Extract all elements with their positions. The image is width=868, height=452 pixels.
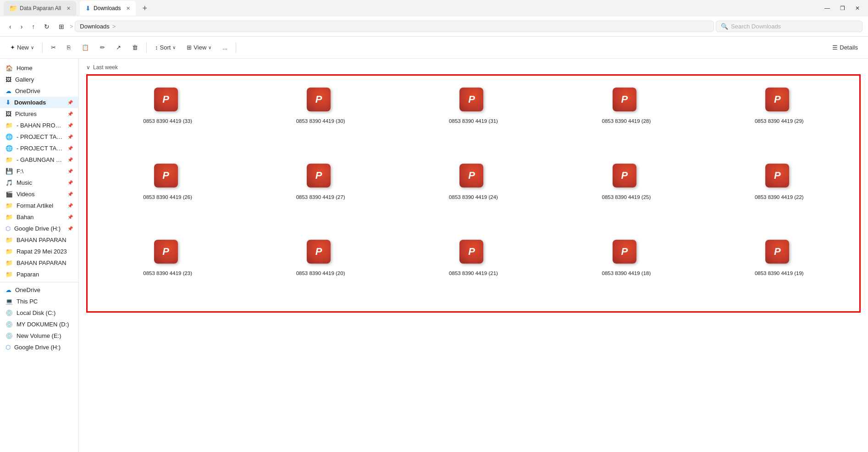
file-item[interactable]: P0853 8390 4419 (22) [707,159,852,228]
paste-button[interactable]: 📋 [77,41,94,54]
minimize-button[interactable]: — [820,3,835,13]
file-item[interactable]: P0853 8390 4419 (21) [401,235,546,304]
sidebar-item-bahan-paparan2[interactable]: 📁 BAHAN PAPARAN [0,257,78,269]
add-tab-button[interactable]: + [139,4,150,13]
tab-active-close[interactable]: ✕ [126,6,130,11]
file-item[interactable]: P0853 8390 4419 (25) [553,159,699,228]
sidebar-item-bahan[interactable]: 📁 Bahan 📌 [0,211,78,223]
file-item[interactable]: P0853 8390 4419 (28) [553,83,699,152]
sidebar-label-project1: - PROJECT TAHUN 202 [17,133,64,140]
section-header-last-week[interactable]: ∨ Last week [86,62,861,74]
sidebar-item-rapat[interactable]: 📁 Rapat 29 Mei 2023 [0,246,78,257]
file-item[interactable]: P0853 8390 4419 (19) [707,235,852,304]
sidebar-label-bahan-paparan2: BAHAN PAPARAN [17,259,73,266]
new-volume-icon: 💿 [6,332,13,339]
pin-icon-bahan-project: 📌 [67,123,73,128]
pin-icon-gdrive-h: 📌 [67,226,73,231]
sidebar-item-f-drive[interactable]: 💾 F:\ 📌 [0,165,78,177]
view-button[interactable]: ⊞ View ∨ [182,41,216,54]
sidebar-item-project2[interactable]: 🌐 - PROJECT TAHUN 202 📌 [0,143,78,154]
sidebar-item-project1[interactable]: 🌐 - PROJECT TAHUN 202 📌 [0,131,78,143]
sidebar-item-gdrive-h2[interactable]: ⬡ Google Drive (H:) [0,342,78,353]
tab-downloads[interactable]: ⬇ Downloads ✕ [80,1,136,16]
sidebar-item-thispc[interactable]: 💻 This PC [0,296,78,307]
sidebar-item-videos[interactable]: 🎬 Videos 📌 [0,188,78,200]
cut-button[interactable]: ✂ [46,41,61,54]
sort-button[interactable]: ↕ Sort ∨ [150,41,180,54]
copy-button[interactable]: ⎘ [62,41,75,54]
sidebar-item-paparan[interactable]: 📁 Paparan [0,269,78,280]
sidebar-label-gdrive-h2: Google Drive (H:) [14,344,73,351]
sidebar-label-bahan: Bahan [17,214,64,220]
sidebar-item-home[interactable]: 🏠 Home [0,62,78,74]
share-button[interactable]: ↗ [111,41,126,54]
file-item[interactable]: P0853 8390 4419 (31) [401,83,546,152]
close-button[interactable]: ✕ [851,3,864,13]
forward-button[interactable]: › [17,20,27,33]
ppt-letter: P [621,170,628,182]
sidebar-item-bahan-project[interactable]: 📁 - BAHAN PROJECT SET 📌 [0,120,78,131]
sidebar-item-gallery[interactable]: 🖼 Gallery [0,74,78,85]
maximize-button[interactable]: ❐ [835,3,850,13]
file-name: 0853 8390 4419 (22) [755,194,804,201]
file-item[interactable]: P0853 8390 4419 (18) [553,235,699,304]
sidebar-item-pictures[interactable]: 🖼 Pictures 📌 [0,108,78,120]
rename-button[interactable]: ✏ [95,41,110,54]
search-icon: 🔍 [721,23,728,30]
file-item[interactable]: P0853 8390 4419 (20) [248,235,393,304]
back-button[interactable]: ‹ [6,20,15,33]
up-button[interactable]: ↑ [28,20,39,33]
sidebar-item-new-volume[interactable]: 💿 New Volume (E:) [0,330,78,342]
sidebar-item-my-dokumen[interactable]: 💿 MY DOKUMEN (D:) [0,319,78,330]
tab-data-paparan[interactable]: 📁 Data Paparan All ✕ [4,1,76,16]
content-area: ∨ Last week P0853 8390 4419 (33)P0853 83… [79,59,868,452]
gallery-icon: 🖼 [6,76,11,83]
address-bar[interactable]: Downloads > [75,21,714,32]
sidebar-item-local-disk-c[interactable]: 💿 Local Disk (C:) [0,307,78,319]
file-name: 0853 8390 4419 (28) [602,118,651,125]
rapat-icon: 📁 [6,248,13,255]
videos-icon: 🎬 [6,191,13,198]
file-item[interactable]: P0853 8390 4419 (26) [95,159,240,228]
tab-active-icon: ⬇ [85,5,91,12]
details-button[interactable]: ☰ Details [828,41,862,54]
new-chevron: ∨ [31,45,34,50]
file-name: 0853 8390 4419 (31) [449,118,498,125]
file-item[interactable]: P0853 8390 4419 (30) [248,83,393,152]
file-item[interactable]: P0853 8390 4419 (27) [248,159,393,228]
file-name: 0853 8390 4419 (30) [296,118,345,125]
sidebar-label-f-drive: F:\ [17,168,64,175]
pin-icon-gabungan: 📌 [67,157,73,162]
sidebar-label-onedrive2: OneDrive [15,287,73,293]
more-button[interactable]: ... [218,41,232,54]
downloads-icon: ⬇ [6,99,11,106]
view-toggle-button[interactable]: ⊞ [55,20,68,33]
search-bar[interactable]: 🔍 Search Downloads [716,21,862,32]
delete-button[interactable]: 🗑 [127,41,143,54]
sidebar-item-format-artikel[interactable]: 📁 Format Artikel 📌 [0,200,78,211]
ppt-icon-bg: P [613,88,636,111]
file-item[interactable]: P0853 8390 4419 (23) [95,235,240,304]
sidebar-item-music[interactable]: 🎵 Music 📌 [0,177,78,188]
sidebar-item-onedrive[interactable]: ☁ OneDrive [0,85,78,97]
sidebar-item-gdrive-h[interactable]: ⬡ Google Drive (H:) 📌 [0,223,78,234]
file-name: 0853 8390 4419 (26) [143,194,192,201]
file-item[interactable]: P0853 8390 4419 (24) [401,159,546,228]
sidebar-item-onedrive2[interactable]: ☁ OneDrive [0,284,78,296]
sidebar-item-bahan-paparan1[interactable]: 📁 BAHAN PAPARAN [0,234,78,246]
sort-chevron: ∨ [172,45,176,50]
toolbar-separator-2 [146,42,147,53]
file-item[interactable]: P0853 8390 4419 (33) [95,83,240,152]
new-button[interactable]: ✦ New ∨ [6,41,39,54]
sidebar-item-downloads[interactable]: ⬇ Downloads 📌 [0,97,78,108]
sidebar-item-gabungan[interactable]: 📁 - GABUNGAN FILE 📌 [0,154,78,165]
sidebar-label-bahan-paparan1: BAHAN PAPARAN [17,237,73,243]
tab-inactive-label: Data Paparan All [20,5,61,11]
sidebar-label-pictures: Pictures [15,110,64,117]
ppt-letter: P [315,170,322,182]
tab-inactive-close[interactable]: ✕ [66,6,71,11]
refresh-button[interactable]: ↻ [40,20,53,33]
file-item[interactable]: P0853 8390 4419 (29) [707,83,852,152]
ppt-letter: P [621,94,628,105]
pin-icon-bahan: 📌 [67,215,73,220]
